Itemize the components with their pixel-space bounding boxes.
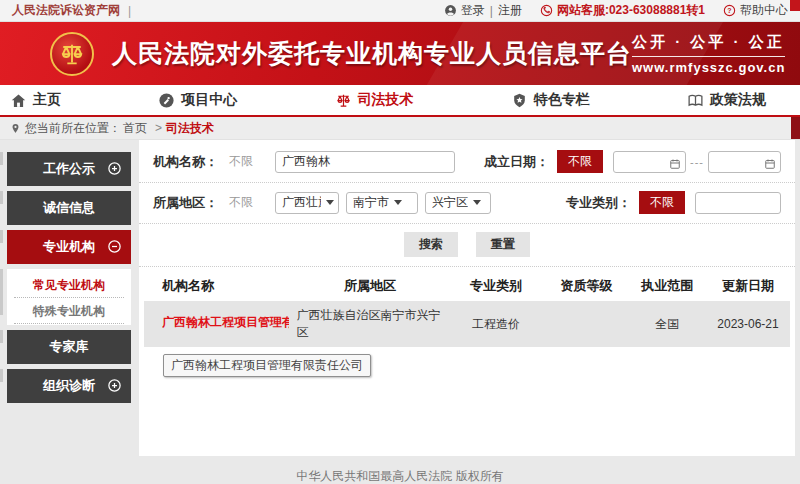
reset-button[interactable]: 重置	[476, 232, 530, 257]
category-input[interactable]	[695, 192, 781, 214]
main-nav: 主页 项目中心 司法技术 特色专栏 政策法规	[0, 85, 800, 117]
edge-accent-mid	[791, 117, 800, 139]
nav-label: 项目中心	[181, 91, 237, 109]
chevron-down-icon	[473, 200, 481, 205]
cell-category: 工程造价	[448, 301, 545, 347]
cell-region: 广西壮族自治区南宁市兴宁区	[293, 301, 448, 347]
nav-label: 主页	[33, 91, 61, 109]
sidebar-item-org-diagnosis[interactable]: 组织诊断	[7, 369, 131, 403]
district-select-value: 兴宁区	[432, 194, 468, 211]
sidebar-item-label: 专业机构	[43, 238, 95, 256]
site-banner: 人民法院对外委托专业机构专业人员信息平台 公开 · 公平 · 公正 www.rm…	[0, 22, 800, 85]
nav-item-home[interactable]: 主页	[10, 91, 61, 109]
help-center-link[interactable]: 帮助中心	[740, 2, 788, 19]
breadcrumb-separator: >	[155, 121, 162, 135]
nav-label: 特色专栏	[534, 91, 590, 109]
chevron-down-icon	[326, 200, 334, 205]
cell-updated: 2023-06-21	[706, 301, 790, 347]
filter-actions: 搜索 重置	[139, 224, 795, 267]
help-icon: ?	[723, 4, 736, 17]
nav-item-featured-column[interactable]: 特色专栏	[511, 91, 590, 109]
city-select-value: 南宁市	[353, 194, 389, 211]
content-area: 工作公示 诚信信息 专业机构 常见专业机构 特殊专业机构 专家库 组织诊断	[0, 140, 800, 456]
col-scope: 执业范围	[628, 271, 706, 301]
nav-item-policy[interactable]: 政策法规	[687, 91, 766, 109]
nav-item-project-center[interactable]: 项目中心	[158, 91, 237, 109]
main-panel: 机构名称： 不限 成立日期： 不限 --- 所属地区： 不限 广西	[139, 140, 795, 456]
home-icon	[10, 92, 27, 109]
star-badge-icon	[511, 92, 528, 109]
region-label: 所属地区：	[153, 194, 229, 212]
submenu-item-special-orgs[interactable]: 特殊专业机构	[14, 298, 124, 324]
cell-level	[545, 301, 629, 347]
calendar-icon[interactable]	[669, 156, 681, 168]
project-center-icon	[158, 92, 175, 109]
court-emblem-icon	[50, 32, 94, 76]
site-name-link[interactable]: 人民法院诉讼资产网	[12, 2, 120, 19]
book-icon	[687, 92, 704, 109]
sidebar-item-work-publicity[interactable]: 工作公示	[7, 152, 131, 186]
phone-icon	[540, 4, 553, 17]
svg-text:?: ?	[727, 7, 731, 14]
chevron-down-icon	[394, 200, 402, 205]
col-category: 专业类别	[448, 271, 545, 301]
banner-divider	[632, 56, 785, 57]
found-date-any-option[interactable]: 不限	[557, 150, 603, 173]
submenu-item-common-orgs[interactable]: 常见专业机构	[14, 272, 124, 298]
found-date-from-input[interactable]	[613, 151, 686, 173]
province-select[interactable]: 广西壮族自治	[275, 192, 339, 214]
region-any-option[interactable]: 不限	[229, 194, 275, 211]
breadcrumb-prefix: 您当前所在位置：	[25, 120, 121, 137]
nav-label: 司法技术	[358, 91, 414, 109]
breadcrumb-home-link[interactable]: 首页	[123, 120, 147, 137]
sidebar-item-professional-orgs[interactable]: 专业机构	[7, 230, 131, 264]
org-name-label: 机构名称：	[153, 153, 229, 171]
org-name-any-option[interactable]: 不限	[229, 153, 275, 170]
breadcrumb-current[interactable]: 司法技术	[166, 120, 214, 137]
location-pin-icon	[10, 122, 21, 135]
sidebar: 工作公示 诚信信息 专业机构 常见专业机构 特殊专业机构 专家库 组织诊断	[0, 140, 131, 456]
results-table: 机构名称 所属地区 专业类别 资质等级 执业范围 更新日期 广西翰林工程项目管理…	[144, 271, 790, 347]
category-any-option[interactable]: 不限	[639, 191, 685, 214]
topbar-separator: |	[128, 4, 131, 18]
login-link[interactable]: 登录	[461, 2, 485, 19]
filter-row-2: 所属地区： 不限 广西壮族自治 南宁市 兴宁区 专业类别： 不限	[139, 183, 795, 224]
breadcrumb: 您当前所在位置： 首页 > 司法技术	[0, 117, 800, 140]
user-icon	[444, 4, 457, 17]
scales-icon	[335, 92, 352, 109]
top-utility-bar: 人民法院诉讼资产网 | 登录 | 注册 网站客服:023-63088881转1 …	[0, 0, 800, 22]
col-updated: 更新日期	[706, 271, 790, 301]
district-select[interactable]: 兴宁区	[425, 192, 491, 214]
banner-slogan: 公开 · 公平 · 公正	[632, 33, 785, 52]
customer-service-phone: 网站客服:023-63088881转1	[557, 2, 705, 19]
expand-icon	[107, 161, 122, 176]
calendar-icon[interactable]	[764, 156, 776, 168]
table-header-row: 机构名称 所属地区 专业类别 资质等级 执业范围 更新日期	[144, 271, 790, 301]
category-label: 专业类别：	[566, 194, 631, 212]
sidebar-item-label: 组织诊断	[43, 377, 95, 395]
login-register-divider: |	[490, 4, 493, 18]
platform-title: 人民法院对外委托专业机构专业人员信息平台	[112, 37, 632, 70]
col-level: 资质等级	[545, 271, 629, 301]
nav-item-judicial-tech[interactable]: 司法技术	[335, 91, 414, 109]
footer-copyright: 中华人民共和国最高人民法院 版权所有	[0, 456, 800, 484]
date-range-separator: ---	[690, 156, 704, 168]
sidebar-item-label: 专家库	[50, 338, 89, 356]
sidebar-item-expert-pool[interactable]: 专家库	[7, 330, 131, 364]
col-org-name: 机构名称	[144, 271, 293, 301]
filter-row-1: 机构名称： 不限 成立日期： 不限 ---	[139, 142, 795, 183]
table-row: 广西翰林工程项目管理有限责任... 广西壮族自治区南宁市兴宁区 工程造价 全国 …	[144, 301, 790, 347]
org-name-link[interactable]: 广西翰林工程项目管理有限责任...	[162, 314, 289, 331]
col-region: 所属地区	[293, 271, 448, 301]
search-button[interactable]: 搜索	[404, 232, 458, 257]
org-name-input[interactable]	[275, 151, 455, 173]
sidebar-item-label: 工作公示	[43, 160, 95, 178]
found-date-to-input[interactable]	[708, 151, 781, 173]
city-select[interactable]: 南宁市	[346, 192, 418, 214]
sidebar-submenu: 常见专业机构 特殊专业机构	[7, 269, 131, 325]
sidebar-item-label: 诚信信息	[43, 199, 95, 217]
found-date-label: 成立日期：	[484, 153, 549, 171]
org-name-tooltip: 广西翰林工程项目管理有限责任公司	[163, 354, 371, 377]
sidebar-item-integrity-info[interactable]: 诚信信息	[7, 191, 131, 225]
register-link[interactable]: 注册	[498, 2, 522, 19]
